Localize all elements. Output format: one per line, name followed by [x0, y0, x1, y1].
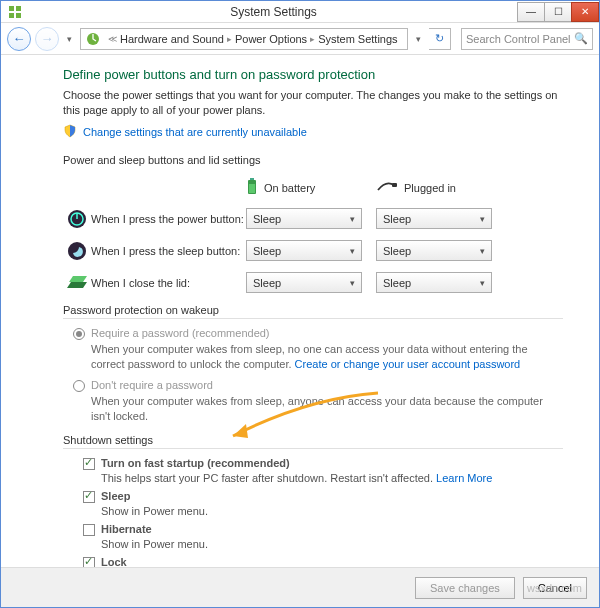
hibernate-label: Hibernate [101, 523, 152, 535]
page-description: Choose the power settings that you want … [63, 88, 563, 118]
buttons-section-title: Power and sleep buttons and lid settings [63, 154, 563, 166]
breadcrumb-icon [85, 31, 101, 47]
sleep-checkbox [83, 491, 95, 503]
fast-startup-checkbox [83, 458, 95, 470]
fast-startup-label: Turn on fast startup (recommended) [101, 457, 290, 469]
power-button-row: When I press the power button: Sleep▾ Sl… [63, 208, 563, 230]
power-button-icon [63, 208, 91, 230]
sleep-button-icon [63, 240, 91, 262]
lock-label: Lock [101, 556, 127, 567]
sleep-button-row: When I press the sleep button: Sleep▾ Sl… [63, 240, 563, 262]
close-button[interactable]: ✕ [571, 2, 599, 22]
breadcrumb-item[interactable]: System Settings [318, 33, 397, 45]
forward-button[interactable]: → [35, 27, 59, 51]
svg-rect-7 [249, 184, 255, 193]
require-password-desc: When your computer wakes from sleep, no … [63, 342, 563, 372]
column-headers: On battery Plugged in [63, 178, 563, 198]
change-settings-link[interactable]: Change settings that are currently unava… [83, 126, 307, 138]
search-placeholder: Search Control Panel [466, 33, 574, 45]
svg-rect-1 [16, 6, 21, 11]
sleep-button-label: When I press the sleep button: [91, 245, 246, 257]
lock-checkbox [83, 557, 95, 567]
power-button-battery-select[interactable]: Sleep▾ [246, 208, 362, 229]
lid-icon [63, 272, 91, 294]
save-button[interactable]: Save changes [415, 577, 515, 599]
page-heading: Define power buttons and turn on passwor… [63, 67, 563, 82]
svg-rect-0 [9, 6, 14, 11]
lid-row: When I close the lid: Sleep▾ Sleep▾ [63, 272, 563, 294]
plug-icon [376, 180, 398, 196]
minimize-button[interactable]: — [517, 2, 545, 22]
no-password-radio [73, 380, 85, 392]
learn-more-link[interactable]: Learn More [436, 472, 492, 484]
refresh-button[interactable]: ↻ [429, 28, 451, 50]
navbar: ← → ▾ ≪ Hardware and Sound ▸ Power Optio… [1, 23, 599, 55]
hibernate-desc: Show in Power menu. [73, 538, 563, 550]
lid-plugged-select[interactable]: Sleep▾ [376, 272, 492, 293]
lid-label: When I close the lid: [91, 277, 246, 289]
titlebar: System Settings — ☐ ✕ [1, 1, 599, 23]
battery-icon [246, 178, 258, 198]
col-plugged-label: Plugged in [404, 182, 456, 194]
power-button-label: When I press the power button: [91, 213, 246, 225]
sleep-button-plugged-select[interactable]: Sleep▾ [376, 240, 492, 261]
svg-rect-3 [16, 13, 21, 18]
no-password-label: Don't require a password [91, 379, 213, 391]
fast-startup-desc: This helps start your PC faster after sh… [73, 472, 563, 484]
breadcrumb-item[interactable]: Hardware and Sound [120, 33, 224, 45]
shutdown-section-title: Shutdown settings [63, 434, 563, 449]
svg-rect-2 [9, 13, 14, 18]
content-area: Define power buttons and turn on passwor… [1, 55, 599, 567]
sleep-label: Sleep [101, 490, 130, 502]
create-password-link[interactable]: Create or change your user account passw… [295, 358, 521, 370]
no-password-desc: When your computer wakes from sleep, any… [63, 394, 563, 424]
app-icon [7, 4, 23, 20]
password-section-title: Password protection on wakeup [63, 304, 563, 319]
col-battery-label: On battery [264, 182, 315, 194]
window-title: System Settings [29, 5, 518, 19]
breadcrumb-dropdown[interactable]: ▾ [412, 34, 425, 44]
shield-icon [63, 124, 77, 140]
breadcrumb[interactable]: ≪ Hardware and Sound ▸ Power Options ▸ S… [80, 28, 408, 50]
sleep-desc: Show in Power menu. [73, 505, 563, 517]
watermark: wsxdn.com [527, 582, 582, 594]
maximize-button[interactable]: ☐ [544, 2, 572, 22]
search-input[interactable]: Search Control Panel 🔍 [461, 28, 593, 50]
history-dropdown[interactable]: ▾ [63, 34, 76, 44]
require-password-label: Require a password (recommended) [91, 327, 270, 339]
require-password-radio [73, 328, 85, 340]
svg-rect-8 [392, 183, 397, 187]
search-icon[interactable]: 🔍 [574, 32, 588, 45]
back-button[interactable]: ← [7, 27, 31, 51]
lid-battery-select[interactable]: Sleep▾ [246, 272, 362, 293]
breadcrumb-item[interactable]: Power Options [235, 33, 307, 45]
svg-point-12 [68, 242, 86, 260]
footer: Save changes Cancel [1, 567, 599, 607]
power-button-plugged-select[interactable]: Sleep▾ [376, 208, 492, 229]
sleep-button-battery-select[interactable]: Sleep▾ [246, 240, 362, 261]
svg-rect-5 [250, 178, 254, 180]
hibernate-checkbox [83, 524, 95, 536]
